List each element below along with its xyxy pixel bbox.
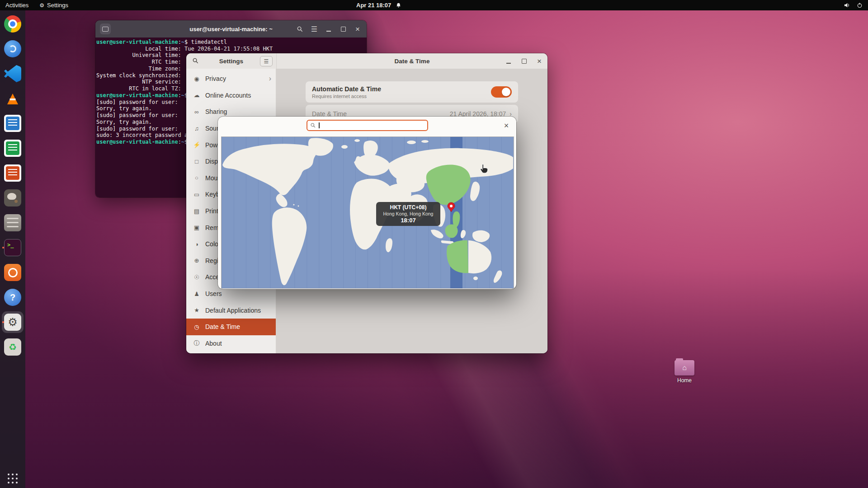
power-icon [857,2,863,8]
terminal-dock-item[interactable] [2,237,24,258]
sidebar-item-label: Sharing [205,108,271,115]
clock-label: Apr 21 18:07 [356,2,391,9]
libreoffice-calc-dock-item[interactable] [2,137,24,159]
trash-dock-item[interactable]: ♻ [2,336,24,358]
libreoffice-impress-icon [4,164,21,182]
files-icon [4,214,21,231]
globe-icon: ⊕ [193,257,201,264]
ubuntu-software-dock-item[interactable] [2,262,24,283]
ubuntu-software-icon [4,264,21,281]
home-icon: ⌂ [682,364,687,372]
sidebar-item-label: Default Applications [205,307,271,314]
cloud-icon: ☁ [193,92,201,99]
display-icon: □ [193,158,201,165]
libreoffice-calc-icon [4,140,21,157]
sidebar-item-online-accounts[interactable]: ☁Online Accounts [186,87,276,104]
speaker-icon [844,2,850,9]
clock-icon: ◷ [193,324,201,330]
timezone-dialog: × [218,117,516,289]
settings-menu-button[interactable]: ☰ [260,56,273,66]
bell-icon [396,2,401,8]
vscode-icon [4,65,21,82]
libreoffice-impress-dock-item[interactable] [2,162,24,184]
focused-app-menu[interactable]: ⚙ Settings [39,2,68,9]
sidebar-item-about[interactable]: ⓘAbout [186,335,276,352]
gear-icon: ⚙ [39,3,44,8]
color-icon: ◑ [193,241,201,248]
sidebar-item-label: About [205,340,271,347]
vscode-dock-item[interactable] [2,63,24,84]
help-dock-item[interactable] [2,286,24,308]
automatic-datetime-row: Automatic Date & Time Requires internet … [306,81,518,103]
vlc-icon [4,90,21,107]
terminal-menu-button[interactable]: ☰ [309,23,320,34]
files-dock-item[interactable] [2,212,24,234]
chrome-dock-item[interactable] [2,13,24,35]
users-icon: ♟ [193,291,201,297]
accessibility-icon: ☉ [193,274,201,281]
folder-icon: ⌂ [675,360,694,375]
blue-app-dock-item[interactable] [2,38,24,60]
printer-icon: ▤ [193,208,201,215]
activities-button[interactable]: Activities [5,2,28,9]
settings-dock-item[interactable]: ⚙ [2,311,24,333]
system-status-menu[interactable] [844,0,863,10]
libreoffice-writer-icon [4,115,21,132]
automatic-datetime-subtitle: Requires internet access [312,94,381,99]
dock: ⚙♻ [0,10,25,488]
top-bar: Activities ⚙ Settings Apr 21 18:07 [0,0,868,10]
tooltip-timezone: HKT (UTC+08) [390,204,426,211]
search-icon [310,122,316,128]
terminal-icon [4,239,21,256]
trash-icon: ♻ [4,338,21,356]
terminal-titlebar[interactable]: user@user-virtual-machine: ~ ☰ × [95,20,367,38]
desktop: Activities ⚙ Settings Apr 21 18:07 ⚙♻ us… [0,0,868,488]
automatic-datetime-title: Automatic Date & Time [312,85,381,93]
music-note-icon: ♫ [193,125,201,132]
terminal-minimize-button[interactable] [323,23,334,34]
sidebar-item-label: Date & Time [205,323,271,330]
gimp-icon [4,189,21,206]
vlc-dock-item[interactable] [2,88,24,109]
settings-icon: ⚙ [4,314,21,331]
star-icon: ★ [193,307,201,314]
timezone-map[interactable] [221,136,514,289]
gimp-dock-item[interactable] [2,187,24,209]
help-icon [4,289,21,306]
chevron-right-icon: › [269,75,271,83]
info-icon: ⓘ [193,339,201,347]
home-folder-label: Home [673,377,696,384]
power-icon: ⚡ [193,141,201,148]
sidebar-item-default-applications[interactable]: ★Default Applications [186,302,276,319]
libreoffice-writer-dock-item[interactable] [2,113,24,134]
removable-media-icon: ▣ [193,224,201,231]
mouse-icon: ○ [193,174,201,181]
sidebar-item-label: Privacy [205,75,269,82]
settings-close-button[interactable]: × [534,56,545,66]
sidebar-item-label: Online Accounts [205,92,271,99]
terminal-search-button[interactable] [294,23,305,34]
settings-headerbar[interactable]: Settings ☰ Date & Time × [186,53,547,69]
clock-menu[interactable]: Apr 21 18:07 [356,0,401,10]
show-applications-button[interactable] [8,474,18,483]
terminal-close-button[interactable]: × [352,23,363,34]
settings-maximize-button[interactable] [519,56,529,66]
timezone-search-input[interactable] [320,122,428,129]
automatic-datetime-toggle[interactable] [491,86,512,98]
focused-app-name: Settings [47,2,68,9]
timezone-tooltip: HKT (UTC+08) Hong Kong, Hong Kong 18:07 [376,202,440,226]
dialog-close-button[interactable]: × [501,120,512,131]
sidebar-item-label: Users [205,290,271,297]
chrome-icon [4,15,21,33]
tooltip-time: 18:07 [401,217,415,224]
keyboard-icon: ▭ [193,191,201,198]
sidebar-item-privacy[interactable]: ◉Privacy› [186,70,276,87]
tooltip-location: Hong Kong, Hong Kong [383,211,434,216]
timezone-search-entry[interactable] [307,120,428,131]
home-folder-shortcut[interactable]: ⌂ Home [673,360,696,384]
shield-icon: ◉ [193,75,201,82]
sidebar-item-date-time[interactable]: ◷Date & Time [186,319,276,335]
terminal-maximize-button[interactable] [338,23,349,34]
sharing-icon: ∞ [193,108,201,115]
settings-minimize-button[interactable] [503,56,514,66]
